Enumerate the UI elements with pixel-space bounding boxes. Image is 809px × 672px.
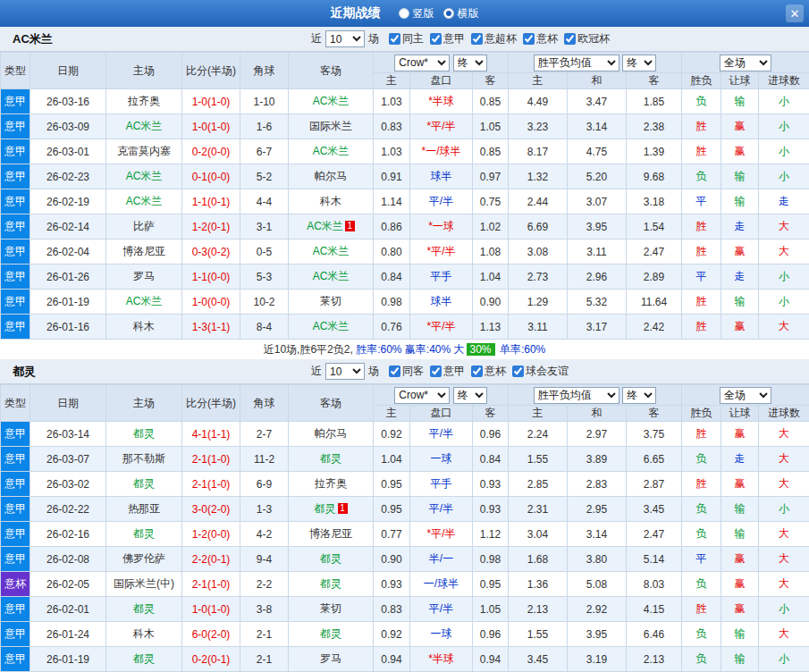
col-type: 类型 — [1, 385, 30, 422]
avg-odds-select[interactable]: 胜平负均值 — [534, 387, 619, 404]
team-name: 罗马 — [133, 270, 155, 282]
team-name: 都灵 — [320, 452, 341, 465]
match-result: 负 — [682, 572, 721, 597]
team-name: 克雷莫内塞 — [117, 145, 171, 157]
checkbox-input[interactable] — [430, 33, 442, 45]
team-name-heading: AC米兰 — [13, 31, 53, 47]
col-odds-home: 主 — [374, 73, 410, 89]
filter-checkbox[interactable]: 球会友谊 — [512, 364, 569, 379]
home-team: 罗马 — [106, 265, 182, 290]
away-team: 罗马 — [289, 647, 374, 672]
layout-radio-horizontal[interactable]: 横版 — [443, 6, 479, 21]
checkbox-input[interactable] — [523, 33, 535, 45]
avg-time-select[interactable]: 终 — [622, 387, 656, 404]
checkbox-input[interactable] — [471, 33, 483, 45]
handicap-odds-home: 0.92 — [374, 622, 410, 647]
team-name: AC米兰 — [126, 120, 163, 132]
avg-lose-odds: 2.89 — [627, 265, 682, 290]
match-date: 26-03-07 — [30, 447, 106, 472]
col-win: 主 — [509, 73, 568, 89]
filter-checkbox[interactable]: 意杯 — [471, 364, 506, 379]
red-card-badge: 1 — [345, 221, 355, 231]
score: 1-0(1-0) — [182, 597, 240, 622]
match-row: 意甲26-02-16都灵1-2(0-0)4-2博洛尼亚0.77*平/半1.123… — [1, 522, 809, 547]
filter-checkbox[interactable]: 欧冠杯 — [564, 31, 610, 46]
handicap-odds-away: 0.90 — [473, 290, 509, 315]
checkbox-input[interactable] — [389, 33, 400, 45]
checkbox-input[interactable] — [389, 365, 400, 377]
filter-checkbox[interactable]: 意甲 — [430, 31, 465, 46]
match-count-select[interactable]: 10 — [325, 363, 365, 380]
col-score: 比分(半场) — [182, 53, 240, 89]
handicap-odds-home: 1.04 — [374, 447, 410, 472]
col-handicap: 盘口 — [410, 73, 473, 89]
team-name: AC米兰 — [313, 270, 350, 282]
handicap-odds-away: 0.96 — [473, 422, 509, 447]
layout-radio-vertical[interactable]: 竖版 — [399, 6, 434, 21]
match-row: 意甲26-02-19AC米兰1-1(0-1)4-4科木1.14平/半0.752.… — [1, 189, 809, 214]
handicap-odds-home: 0.98 — [374, 290, 410, 315]
scope-select[interactable]: 全场 — [720, 55, 771, 71]
away-team: 帕尔马 — [289, 422, 374, 447]
team-name: 那不勒斯 — [122, 452, 165, 465]
avg-win-odds: 2.44 — [509, 189, 568, 214]
checkbox-label: 欧冠杯 — [577, 31, 610, 46]
col-handicap: 盘口 — [410, 406, 473, 422]
avg-lose-odds: 3.45 — [627, 497, 682, 522]
corner-count: 6-7 — [240, 139, 289, 164]
checkbox-input[interactable] — [512, 365, 524, 377]
filter-checkbox[interactable]: 同客 — [389, 364, 424, 379]
team-name: AC米兰 — [126, 195, 163, 207]
avg-time-select[interactable]: 终 — [622, 55, 656, 71]
goals-result: 小 — [759, 89, 809, 114]
handicap-odds-away: 1.08 — [473, 239, 509, 265]
handicap-odds-home: 0.76 — [374, 315, 410, 340]
corner-count: 3-1 — [240, 214, 289, 239]
avg-odds-select[interactable]: 胜平负均值 — [534, 55, 619, 71]
filter-checkbox[interactable]: 同主 — [389, 31, 424, 46]
col-win: 主 — [509, 406, 568, 422]
checkbox-input[interactable] — [564, 33, 576, 45]
match-row: 意甲26-02-04博洛尼亚0-3(0-2)0-5AC米兰0.80*平/半1.0… — [1, 239, 809, 265]
match-date: 26-01-19 — [30, 647, 106, 672]
match-row: 意甲26-01-16科木1-3(1-1)8-4AC米兰0.76*平/半1.133… — [1, 315, 809, 340]
home-team: AC米兰 — [106, 164, 182, 189]
handicap-line: 平/半 — [410, 497, 473, 522]
home-team: AC米兰 — [106, 290, 182, 315]
checkbox-input[interactable] — [471, 365, 483, 377]
summary-segment: 单率:60% — [497, 342, 546, 357]
handicap-result: 输 — [721, 647, 759, 672]
score: 4-1(1-1) — [182, 422, 240, 447]
avg-draw-odds: 2.83 — [568, 472, 627, 497]
scope-select[interactable]: 全场 — [720, 387, 771, 404]
handicap-odds-home: 0.95 — [374, 472, 410, 497]
handicap-line: *一球 — [410, 214, 473, 239]
avg-win-odds: 1.32 — [509, 164, 568, 189]
handicap-result: 赢 — [721, 547, 759, 572]
corner-count: 2-7 — [240, 422, 289, 447]
away-team: 都灵 — [289, 547, 374, 572]
filter-checkbox[interactable]: 意超杯 — [471, 31, 517, 46]
odds-time-select[interactable]: 终 — [453, 55, 487, 71]
filter-checkbox[interactable]: 意杯 — [523, 31, 558, 46]
team-name: 科木 — [133, 320, 155, 332]
checkbox-input[interactable] — [430, 365, 442, 377]
filter-checkbox[interactable]: 意甲 — [430, 364, 465, 379]
away-team: AC米兰 — [289, 139, 374, 164]
team-name: 热那亚 — [128, 502, 160, 515]
corner-count: 5-2 — [240, 164, 289, 189]
match-date: 26-02-14 — [30, 214, 106, 239]
bookmaker-select[interactable]: Crow* — [394, 55, 450, 71]
col-date: 日期 — [30, 53, 106, 89]
avg-draw-odds: 3.19 — [568, 647, 627, 672]
odds-time-select[interactable]: 终 — [453, 387, 487, 404]
team-name: 莱切 — [320, 295, 341, 307]
close-button[interactable]: ✕ — [786, 4, 804, 22]
match-count-select[interactable]: 10 — [325, 30, 365, 47]
match-result: 胜 — [682, 114, 721, 139]
avg-lose-odds: 9.68 — [627, 164, 682, 189]
avg-lose-odds: 2.47 — [627, 239, 682, 265]
radio-unselected-icon — [399, 8, 409, 19]
bookmaker-select[interactable]: Crow* — [394, 387, 450, 404]
match-type: 意甲 — [1, 114, 30, 139]
